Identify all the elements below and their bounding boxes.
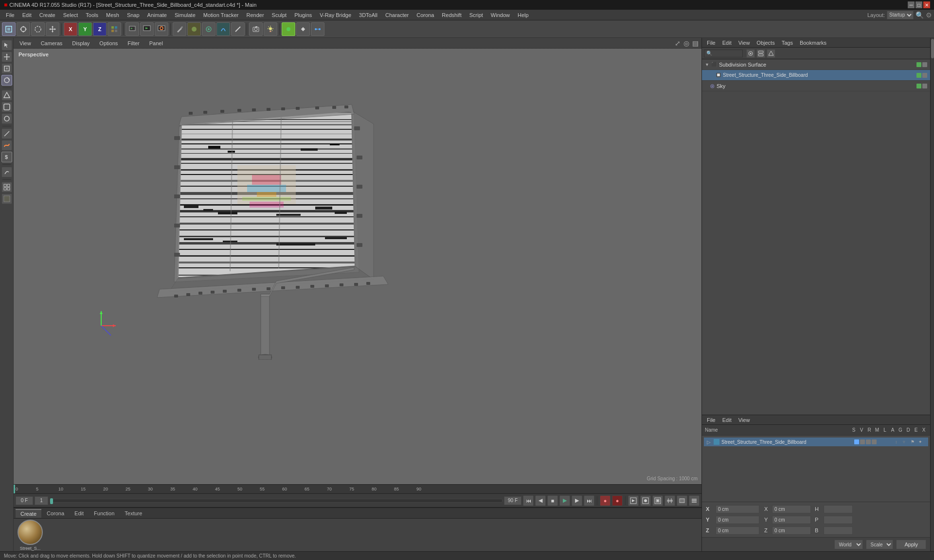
prev-frame-button[interactable]: ◀ (535, 495, 546, 506)
menu-script[interactable]: Script (466, 11, 487, 19)
maximize-button[interactable]: □ (916, 1, 922, 8)
obj-row-subdivision[interactable]: ▼ ⬛ Subdivision Surface (702, 59, 930, 70)
obj-dot-green-2[interactable] (916, 84, 921, 88)
end-frame-input[interactable] (504, 496, 521, 505)
next-frame-button[interactable]: ▶ (572, 495, 582, 506)
attr-row-billboard[interactable]: ▷ Street_Structure_Three_Side_Billboard (704, 438, 928, 446)
apply-button[interactable]: Apply (896, 540, 926, 549)
frame-list-button[interactable] (689, 495, 700, 506)
autokey-button[interactable]: ● (612, 495, 623, 506)
viewport-icon-camera[interactable]: ◎ (683, 39, 689, 47)
menu-create[interactable]: Create (36, 11, 59, 19)
position-x-input[interactable] (716, 505, 759, 513)
attr-dot-2[interactable] (860, 439, 865, 444)
attr-dot-3[interactable] (866, 439, 871, 444)
tool-brush[interactable] (173, 22, 186, 36)
playback-mode-2[interactable] (640, 495, 651, 506)
last-frame-button[interactable]: ⏭ (584, 495, 594, 506)
tool-knife[interactable] (231, 22, 245, 36)
menu-simulate[interactable]: Simulate (171, 11, 199, 19)
obj-row-billboard[interactable]: ▶ 🔲 Street_Structure_Three_Side_Billboar… (702, 70, 930, 81)
tool-move[interactable] (46, 22, 59, 36)
playback-mode-1[interactable] (628, 495, 639, 506)
timeline-scrubber[interactable] (50, 499, 503, 503)
object-search-input[interactable] (704, 50, 743, 57)
obj-dot-gray-0[interactable] (922, 62, 927, 67)
viewport-menu-options[interactable]: Options (96, 39, 121, 47)
sidebar-tool-2[interactable] (1, 102, 12, 112)
minimize-button[interactable]: ─ (908, 1, 915, 8)
rotation-y-input[interactable] (772, 516, 811, 524)
menu-character[interactable]: Character (381, 11, 413, 19)
tool-render-region[interactable] (126, 22, 139, 36)
obj-dot-gray-2[interactable] (922, 84, 927, 88)
tool-model-mode[interactable] (2, 22, 16, 36)
obj-arrow-subdivision[interactable]: ▼ (705, 62, 709, 67)
viewport[interactable]: Perspective Grid Spacing : 1000 cm (14, 49, 701, 484)
tool-render-settings[interactable] (155, 22, 168, 36)
tab-create[interactable]: Create (16, 509, 41, 518)
frame-step-input[interactable] (35, 496, 48, 505)
viewport-menu-display[interactable]: Display (69, 39, 92, 47)
viewport-menu-cameras[interactable]: Cameras (38, 39, 66, 47)
obj-row-sky[interactable]: ▶ ◎ Sky (702, 81, 930, 91)
sidebar-select[interactable] (1, 40, 12, 51)
obj-dot-green-1[interactable] (916, 73, 921, 78)
h-input[interactable] (824, 505, 853, 513)
tool-motion[interactable] (311, 22, 324, 36)
material-item-0[interactable]: Street_S... (18, 520, 43, 551)
obj-icon-3[interactable] (767, 49, 775, 58)
sidebar-move[interactable] (1, 52, 12, 62)
playback-mode-3[interactable] (652, 495, 663, 506)
obj-menu-view[interactable]: View (736, 39, 753, 46)
tool-keyframe[interactable] (296, 22, 310, 36)
obj-dot-gray-1[interactable] (922, 73, 927, 78)
right-scrollbar[interactable] (930, 38, 934, 551)
menu-tools[interactable]: Tools (82, 11, 102, 19)
p-input[interactable] (824, 516, 853, 524)
playback-mode-4[interactable] (665, 495, 675, 506)
tool-paint[interactable] (187, 22, 201, 36)
sidebar-line[interactable] (1, 128, 12, 139)
b-input[interactable] (824, 526, 853, 535)
viewport-icon-expand[interactable]: ⤢ (675, 39, 681, 47)
play-button[interactable]: ▶ (559, 495, 570, 506)
attr-dot-1[interactable] (854, 439, 859, 444)
viewport-menu-view[interactable]: View (17, 39, 34, 47)
current-frame-input[interactable] (16, 496, 33, 505)
sidebar-rotate[interactable] (1, 75, 12, 86)
obj-menu-bookmarks[interactable]: Bookmarks (797, 39, 829, 46)
tab-texture[interactable]: Texture (120, 509, 147, 517)
sidebar-mesh[interactable] (1, 182, 12, 192)
coord-system-dropdown[interactable]: World Local Object (834, 540, 863, 549)
menu-mesh[interactable]: Mesh (102, 11, 123, 19)
obj-dot-green-0[interactable] (916, 62, 921, 67)
tab-edit[interactable]: Edit (70, 509, 89, 517)
tool-all-axes[interactable] (108, 22, 121, 36)
obj-menu-edit[interactable]: Edit (719, 39, 735, 46)
menu-file[interactable]: File (2, 11, 18, 19)
menu-help[interactable]: Help (514, 11, 533, 19)
menu-edit[interactable]: Edit (18, 11, 36, 19)
obj-icon-2[interactable] (756, 49, 765, 58)
menu-animate[interactable]: Animate (144, 11, 171, 19)
obj-menu-objects[interactable]: Objects (754, 39, 777, 46)
layout-search[interactable]: 🔍 (916, 11, 924, 19)
tool-render[interactable] (140, 22, 154, 36)
obj-icon-1[interactable] (746, 49, 755, 58)
attr-menu-view[interactable]: View (736, 417, 753, 423)
layout-settings[interactable]: ⚙ (926, 11, 932, 19)
tool-select-circle[interactable] (31, 22, 45, 36)
axis-z[interactable]: Z (93, 22, 107, 36)
axis-x[interactable]: X (64, 22, 77, 36)
sidebar-scale[interactable] (1, 63, 12, 74)
menu-vray[interactable]: V-Ray Bridge (316, 11, 355, 19)
tab-corona[interactable]: Corona (42, 509, 69, 517)
sidebar-tool-3[interactable] (1, 113, 12, 124)
sidebar-bend[interactable] (1, 167, 12, 177)
menu-3dtoall[interactable]: 3DToAll (355, 11, 381, 19)
sidebar-texture[interactable] (1, 193, 12, 204)
menu-select[interactable]: Select (59, 11, 82, 19)
attr-dot-4[interactable] (872, 439, 877, 444)
viewport-menu-filter[interactable]: Filter (125, 39, 142, 47)
